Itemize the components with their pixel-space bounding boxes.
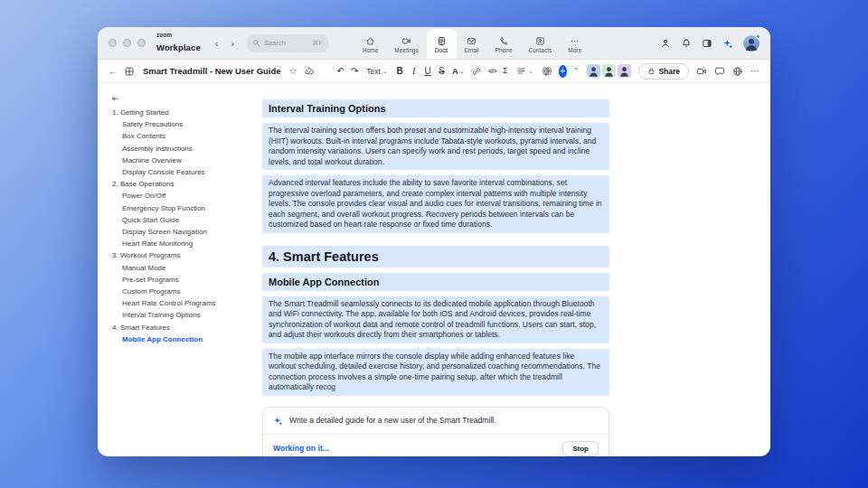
table-of-contents: ⇤ 1. Getting StartedSafety PrecautionsBo… xyxy=(98,83,253,455)
side-panel-toggle-icon[interactable] xyxy=(702,38,712,49)
tab-phone[interactable]: Phone xyxy=(487,29,521,59)
toc-item[interactable]: Machine Overview xyxy=(112,155,253,166)
maximize-window-button[interactable] xyxy=(137,39,146,47)
zoom-workplace-window: zoom Workplace ‹ › Search ⌘F HomeMeeting… xyxy=(98,27,770,456)
toc-item[interactable]: Box Contents xyxy=(112,130,253,142)
ai-prompt-row: Write a detailed guide for a new user of… xyxy=(263,408,609,434)
text-style-label: Text xyxy=(366,67,381,76)
user-avatar[interactable] xyxy=(743,35,760,52)
toc-item[interactable]: Heart Rate Control Programs xyxy=(112,297,253,309)
ai-prompt-text: Write a detailed guide for a new user of… xyxy=(289,416,496,425)
minimize-window-button[interactable] xyxy=(123,39,131,47)
share-button[interactable]: Share xyxy=(638,63,689,80)
chevron-down-icon: ⌄ xyxy=(528,68,533,75)
ai-companion-icon[interactable] xyxy=(722,38,733,49)
doc-block-p[interactable]: The Smart Treadmill seamlessly connects … xyxy=(262,296,609,343)
search-shortcut: ⌘F xyxy=(312,39,323,47)
toc-item[interactable]: Manual Mode xyxy=(112,262,253,274)
text-color-button[interactable]: A ⌄ xyxy=(452,66,465,76)
phone-icon xyxy=(499,36,509,46)
doc-block-h3[interactable]: Interval Training Options xyxy=(262,99,609,117)
app-header: zoom Workplace ‹ › Search ⌘F HomeMeeting… xyxy=(98,27,770,60)
forward-arrow-icon[interactable]: › xyxy=(231,38,234,49)
chat-icon[interactable] xyxy=(714,66,725,77)
desktop-background: zoom Workplace ‹ › Search ⌘F HomeMeeting… xyxy=(0,0,868,488)
notifications-bell-icon[interactable] xyxy=(681,38,692,49)
toc-item[interactable]: Safety Precautions xyxy=(112,118,253,130)
search-icon xyxy=(252,39,260,47)
toc-item[interactable]: 4. Smart Features xyxy=(112,322,253,333)
profile-icon[interactable] xyxy=(660,38,671,49)
doc-title: Smart Treadmill - New User Guide xyxy=(143,66,281,76)
collaborator-avatars xyxy=(585,64,631,78)
toc-collapse-icon[interactable]: ⇤ xyxy=(112,94,253,103)
toc-item[interactable]: Mobile App Connection xyxy=(112,333,253,345)
toc-item[interactable]: Quick Start Guide xyxy=(112,214,253,226)
star-favorite-icon[interactable]: ☆ xyxy=(289,66,297,76)
search-placeholder: Search xyxy=(264,39,308,47)
alignment-dropdown[interactable]: ⌄ xyxy=(516,66,533,76)
back-arrow-icon[interactable]: ‹ xyxy=(215,38,219,49)
toc-item[interactable]: Custom Programs xyxy=(112,286,253,297)
toc-item[interactable]: Assembly Instructions xyxy=(112,143,253,155)
toc-item[interactable]: Display Console Features xyxy=(112,166,253,178)
code-button[interactable]: </> xyxy=(488,67,496,75)
doc-back-button[interactable]: ← xyxy=(108,67,118,76)
toc-item[interactable]: 2. Base Operations xyxy=(112,178,253,190)
tab-home[interactable]: Home xyxy=(354,29,386,59)
align-icon xyxy=(516,66,526,76)
toc-item[interactable]: Heart Rate Monitoring xyxy=(112,238,253,249)
link-icon[interactable] xyxy=(471,66,482,77)
collaborator-avatar[interactable] xyxy=(587,64,600,78)
tab-docs[interactable]: Docs xyxy=(427,29,457,59)
stop-button[interactable]: Stop xyxy=(562,441,599,456)
close-window-button[interactable] xyxy=(108,39,117,47)
tab-label: Docs xyxy=(435,47,448,53)
tab-email[interactable]: Email xyxy=(457,29,487,59)
globe-icon[interactable] xyxy=(732,66,743,77)
more-icon xyxy=(570,36,580,46)
tab-label: Meetings xyxy=(394,47,418,53)
insert-plus-button[interactable]: + xyxy=(559,65,567,78)
equation-button[interactable]: Σ xyxy=(503,67,508,75)
search-input[interactable]: Search ⌘F xyxy=(247,34,328,52)
tab-more[interactable]: More xyxy=(560,29,590,59)
toc-item[interactable]: Interval Training Options xyxy=(112,309,253,321)
tab-label: More xyxy=(568,47,581,53)
doc-block-h3[interactable]: Mobile App Connection xyxy=(262,273,609,291)
contacts-icon xyxy=(535,36,545,46)
italic-button[interactable]: I xyxy=(410,67,418,76)
toc-item[interactable]: 3. Workout Programs xyxy=(112,249,253,261)
toc-item[interactable]: Display Screen Navigation xyxy=(112,226,253,238)
docs-home-icon[interactable] xyxy=(124,66,135,77)
logo-zoom-text: zoom xyxy=(156,33,201,39)
tab-meetings[interactable]: Meetings xyxy=(386,29,426,59)
doc-block-p[interactable]: The mobile app interface mirrors the con… xyxy=(262,349,609,396)
toc-item[interactable]: Power On/Off xyxy=(112,190,253,202)
doc-icon xyxy=(437,36,447,46)
toc-item[interactable]: Emergency Stop Function xyxy=(112,202,253,214)
underline-button[interactable]: U xyxy=(424,67,432,76)
document-body[interactable]: Interval Training OptionsThe interval tr… xyxy=(262,83,609,455)
collapse-toolbar-icon[interactable]: ⌃ xyxy=(573,67,580,75)
doc-toolbar-right: Share ⋯ xyxy=(585,63,760,80)
video-call-icon[interactable] xyxy=(696,66,707,77)
redo-button[interactable]: ↷ xyxy=(351,67,358,76)
tab-contacts[interactable]: Contacts xyxy=(521,29,561,59)
toc-item[interactable]: 1. Getting Started xyxy=(112,107,253,118)
collaborator-avatar[interactable] xyxy=(602,64,616,78)
toc-item[interactable]: Pre-set Programs xyxy=(112,274,253,286)
comment-mention-icon[interactable] xyxy=(542,66,552,77)
bold-button[interactable]: B xyxy=(396,67,404,76)
text-style-dropdown[interactable]: Text ⌄ xyxy=(366,67,387,76)
logo-workplace-text: Workplace xyxy=(156,42,201,52)
lock-icon xyxy=(647,67,656,75)
collaborator-avatar[interactable] xyxy=(618,64,631,78)
strikethrough-button[interactable]: S xyxy=(438,67,446,76)
more-options-icon[interactable]: ⋯ xyxy=(750,67,760,76)
undo-button[interactable]: ↶ xyxy=(337,67,344,76)
main-nav-tabs: HomeMeetingsDocsEmailPhoneContactsMore xyxy=(354,27,590,59)
doc-block-h2[interactable]: 4. Smart Features xyxy=(262,246,609,267)
doc-block-p[interactable]: The interval training section offers bot… xyxy=(262,123,609,170)
doc-block-p[interactable]: Advanced interval features include the a… xyxy=(262,175,609,233)
